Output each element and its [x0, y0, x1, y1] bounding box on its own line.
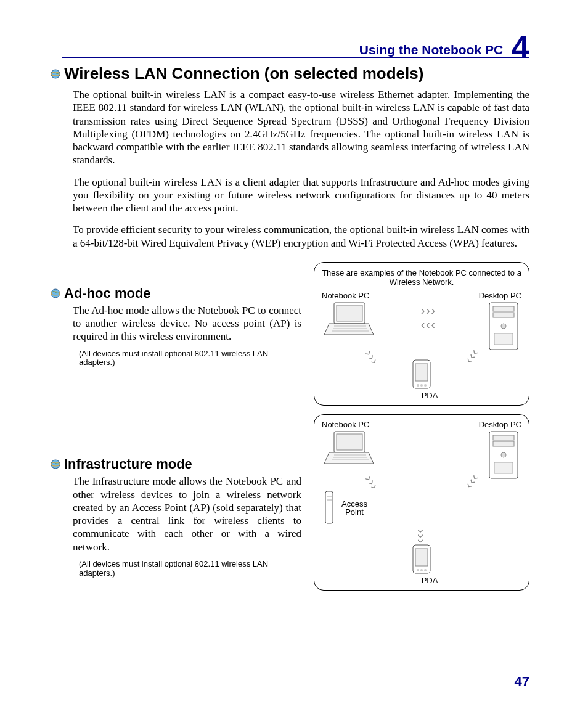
svg-rect-17 — [415, 364, 428, 381]
svg-point-36 — [417, 569, 419, 571]
laptop-icon — [322, 429, 376, 467]
access-point-icon — [322, 489, 337, 527]
label-pda: PDA — [422, 391, 438, 400]
svg-rect-13 — [493, 313, 514, 317]
intro-paragraph-2: The optional built-in wireless LAN is a … — [73, 176, 529, 215]
svg-point-37 — [420, 569, 423, 571]
pda-icon — [411, 544, 432, 576]
signal-icon: › › › — [421, 303, 434, 317]
infra-note: (All devices must install optional 802.1… — [79, 560, 301, 578]
svg-rect-22 — [337, 434, 362, 450]
infra-diagram: Notebook PC Desktop PC › › › ‹ ‹ ‹ — [314, 414, 529, 591]
desktop-icon — [486, 300, 521, 353]
svg-point-0 — [51, 70, 60, 78]
label-ap-1: Access — [341, 500, 367, 508]
label-desktop: Desktop PC — [479, 291, 521, 300]
svg-point-29 — [501, 452, 506, 457]
svg-rect-28 — [493, 441, 514, 446]
svg-point-20 — [424, 384, 427, 387]
signal-icon: › › › — [415, 529, 429, 542]
svg-point-38 — [424, 569, 427, 571]
chapter-header: Using the Notebook PC 4 — [62, 31, 529, 58]
svg-point-4 — [51, 460, 60, 469]
label-notebook: Notebook PC — [322, 420, 369, 429]
svg-rect-35 — [415, 549, 428, 566]
adhoc-heading: Ad-hoc mode — [64, 285, 151, 301]
chapter-title: Using the Notebook PC — [359, 43, 503, 57]
infra-body: The Infrastructure mode allows the Noteb… — [73, 475, 301, 554]
svg-point-14 — [501, 324, 506, 329]
page-number: 47 — [515, 674, 529, 690]
svg-point-2 — [51, 289, 60, 298]
intro-paragraph-3: To provide efficient security to your wi… — [73, 223, 529, 250]
adhoc-body: The Ad-hoc mode allows the Notebook PC t… — [73, 304, 301, 343]
svg-point-19 — [420, 384, 423, 387]
diagram-caption: These are examples of the Notebook PC co… — [322, 269, 521, 287]
laptop-icon — [322, 300, 376, 338]
page-heading: Wireless LAN Connection (on selected mod… — [64, 64, 423, 83]
label-ap-2: Point — [341, 508, 367, 516]
signal-icon: ‹ ‹ ‹ — [421, 317, 434, 331]
svg-rect-27 — [493, 435, 514, 440]
svg-rect-30 — [494, 462, 513, 473]
adhoc-note: (All devices must install optional 802.1… — [79, 350, 301, 368]
infra-heading: Infrastructure mode — [64, 456, 192, 472]
label-desktop: Desktop PC — [479, 420, 521, 429]
svg-rect-12 — [493, 306, 514, 311]
svg-point-18 — [417, 384, 419, 387]
svg-rect-7 — [337, 305, 362, 321]
globe-icon — [51, 459, 60, 469]
desktop-icon — [486, 429, 521, 482]
label-notebook: Notebook PC — [322, 291, 369, 300]
pda-icon — [411, 359, 432, 391]
svg-rect-15 — [494, 333, 513, 345]
chapter-number: 4 — [512, 35, 529, 60]
globe-icon — [51, 288, 60, 298]
globe-icon — [51, 69, 60, 79]
adhoc-diagram: These are examples of the Notebook PC co… — [314, 262, 529, 406]
label-pda: PDA — [422, 576, 438, 585]
intro-paragraph-1: The optional built-in wireless LAN is a … — [73, 88, 529, 167]
